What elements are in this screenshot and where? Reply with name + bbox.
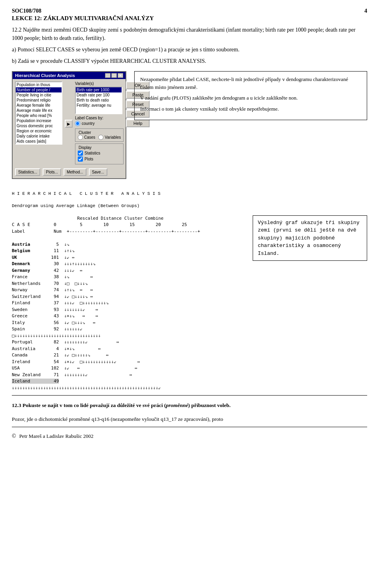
arrow-column: ▶	[65, 81, 73, 166]
label-cases-section: Label Cases by: country Cluster	[75, 116, 124, 164]
note-text-2: V zadání grafu (PLOTS) zaklikněte jen de…	[140, 94, 361, 102]
help-button[interactable]: Help	[126, 119, 150, 127]
label-cases-row: country	[75, 121, 124, 126]
cases-radio[interactable]	[78, 135, 83, 140]
step-a: a) Pomocí SELECT CASES se vyberou jen ze…	[12, 45, 367, 54]
plots-checkbox-row: Plots	[78, 156, 121, 162]
cluster-radios: Cases Variables	[78, 135, 121, 140]
list-item[interactable]: Daily calorie intake	[16, 134, 62, 139]
cluster-section: Cluster Cases Variables	[75, 128, 124, 164]
cluster-group-title: Cluster	[78, 130, 92, 135]
statistics-checkbox-row: Statistics	[78, 151, 121, 156]
dialog-body: Population in thous Number of people / P…	[13, 79, 126, 178]
bottom-para-2: Pozor, jde o dichotomické proměnné q13-q…	[12, 415, 367, 423]
cases-radio-label: Cases	[78, 135, 95, 140]
variables-radio-label: Variables	[98, 135, 121, 140]
footer-text: Petr Mareš a Ladislav Rabušic 2002	[19, 433, 94, 439]
country-radio-label: country	[82, 121, 95, 126]
list-item[interactable]: Gross domestic proc	[16, 123, 62, 128]
titlebar-buttons: _ □ ×	[105, 73, 123, 78]
plots-btn[interactable]: Plots...	[43, 168, 61, 176]
bottom-para-1: 12.3 Pokuste se najít v tom co lidé pova…	[12, 401, 367, 409]
maximize-button[interactable]: □	[111, 73, 117, 78]
move-right-button[interactable]: ▶	[65, 120, 73, 128]
source-variables-list[interactable]: Population in thous Number of people / P…	[15, 81, 62, 145]
method-btn[interactable]: Method...	[64, 168, 86, 176]
list-item[interactable]: Aids cases [aids]	[16, 139, 62, 144]
dialog-title: Hierarchical Cluster Analysis	[15, 73, 75, 78]
dialog-titlebar: Hierarchical Cluster Analysis _ □ ×	[13, 72, 126, 79]
statistics-label: Statistics	[84, 151, 100, 155]
copyright-symbol: ©	[12, 433, 16, 439]
course-code: SOC108/708	[12, 8, 41, 14]
display-group-title: Display	[78, 145, 92, 150]
dendrogram-section: H I E R A R C H I C A L C L U S T E R A …	[12, 185, 367, 209]
note-box: Nezapomeňte přidat Label CASE, nechcete-…	[134, 71, 367, 120]
statistics-checkbox[interactable]	[78, 151, 83, 156]
dendrogram-title-2: Dendrogram using Average Linkage (Betwee…	[12, 204, 139, 208]
dendrogram-title-1: H I E R A R C H I C A L C L U S T E R A …	[12, 191, 160, 196]
list-item[interactable]: People living in citie	[16, 92, 62, 98]
cluster-combine-section: Výsledný graf ukazuje tři skupiny zemí (…	[12, 215, 367, 392]
selected-variables-list[interactable]: Birth rate per 1000 Death rate per 100 B…	[75, 87, 122, 114]
list-item[interactable]: Number of people /	[16, 87, 62, 92]
step-b: b) Zadá se v proceduře CLASSIFY výpočet …	[12, 57, 367, 65]
list-item[interactable]: Birth to death ratio	[76, 98, 122, 103]
list-item[interactable]: Fertility: average nu	[76, 103, 122, 108]
list-item[interactable]: Birth rate per 1000	[76, 87, 122, 92]
footer: © Petr Mareš a Ladislav Rabušic 2002	[12, 433, 367, 439]
hierarchical-cluster-dialog: Hierarchical Cluster Analysis _ □ × Popu…	[12, 71, 126, 179]
result-note-box: Výsledný graf ukazuje tři skupiny zemí (…	[253, 215, 367, 261]
variables-label2: Variables	[105, 135, 121, 139]
right-panel: Variable(s) Birth rate per 1000 Death ra…	[75, 81, 124, 166]
page-header: SOC108/708 4	[12, 8, 367, 14]
list-item[interactable]: Population in thous	[16, 82, 62, 87]
divider	[12, 395, 367, 396]
list-item[interactable]: Predominant religio	[16, 98, 62, 103]
note-text: Nezapomeňte přidat Label CASE, nechcete-…	[140, 75, 361, 91]
close-button[interactable]: ×	[118, 73, 123, 78]
dialog-section: Hierarchical Cluster Analysis _ □ × Popu…	[12, 71, 367, 179]
note-text-3: Informaci o tom jak clustery vznikaly to…	[140, 105, 361, 113]
minimize-button[interactable]: _	[105, 73, 111, 78]
para-1-bold: 12.3 Pokuste se najít v tom co lidé pova…	[12, 402, 231, 408]
main-row: Population in thous Number of people / P…	[15, 81, 123, 166]
save-btn[interactable]: Save...	[89, 168, 107, 176]
variables-label: Variable(s)	[75, 81, 124, 86]
cases-label: Cases	[84, 135, 95, 139]
bottom-buttons: Statistics... Plots... Method... Save...	[15, 168, 123, 176]
list-item[interactable]: Population increase	[16, 118, 62, 123]
intro-paragraph: 12.2 Najděte mezi zeměmi OECD skupiny ze…	[12, 26, 367, 42]
left-panel: Population in thous Number of people / P…	[15, 81, 62, 166]
list-item[interactable]: Death rate per 100	[76, 92, 122, 98]
list-item[interactable]: Average female life	[16, 103, 62, 108]
statistics-btn[interactable]: Statistics...	[15, 168, 40, 176]
footer-divider	[12, 427, 367, 427]
cluster-groupbox: Cluster Cases Variables	[75, 128, 124, 142]
result-note-text: Výsledný graf ukazuje tři skupiny zemí (…	[258, 220, 359, 256]
list-item[interactable]: Average male life ex	[16, 108, 62, 113]
page-title: LEKCE 12: ZÁKLADY MULTIVARIAČNÍ ANALÝZY	[12, 15, 367, 22]
variables-radio[interactable]	[98, 135, 103, 140]
plots-label: Plots	[84, 157, 93, 161]
list-item[interactable]: People who read [%	[16, 113, 62, 118]
page-number: 4	[364, 8, 367, 14]
label-cases-label: Label Cases by:	[75, 116, 124, 120]
display-groupbox: Display Statistics Plots	[75, 143, 124, 164]
list-item[interactable]: Region or economic	[16, 128, 62, 134]
country-radio[interactable]	[75, 121, 80, 126]
plots-checkbox[interactable]	[78, 156, 83, 162]
